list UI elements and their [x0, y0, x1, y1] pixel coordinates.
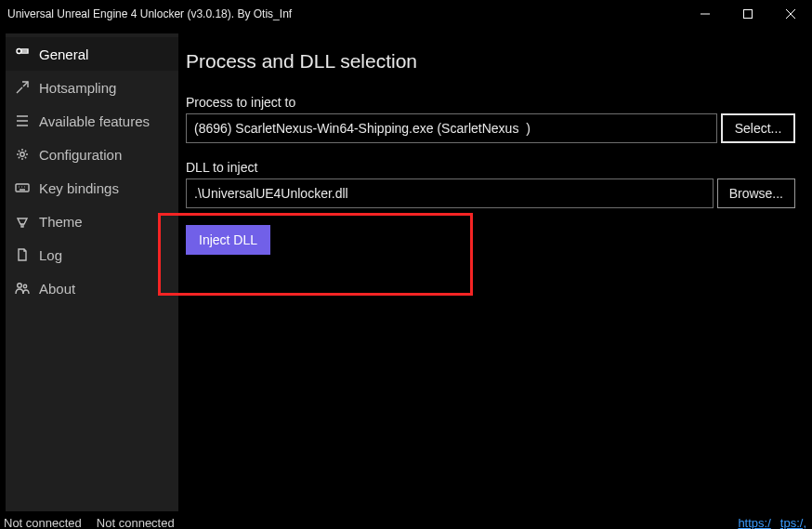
general-icon — [15, 46, 30, 61]
sidebar-item-general[interactable]: General — [6, 37, 178, 71]
status-link-2[interactable]: tps:/, — [780, 516, 806, 530]
sidebar-item-log[interactable]: Log — [6, 238, 178, 271]
gear-icon — [15, 147, 30, 162]
sidebar-item-label: General — [39, 46, 88, 62]
select-button[interactable]: Select... — [721, 113, 795, 143]
process-label: Process to inject to — [186, 95, 795, 110]
svg-point-2 — [20, 152, 24, 156]
features-icon — [15, 113, 30, 128]
svg-rect-3 — [16, 184, 29, 192]
svg-point-5 — [23, 284, 26, 287]
titlebar: Universal Unreal Engine 4 Unlocker (v3.0… — [0, 0, 812, 28]
log-icon — [15, 247, 30, 262]
sidebar-item-label: Available features — [39, 113, 150, 129]
close-button[interactable] — [769, 0, 812, 28]
sidebar-item-hotsampling[interactable]: Hotsampling — [6, 71, 178, 104]
svg-point-4 — [18, 284, 22, 288]
minimize-button[interactable] — [684, 0, 727, 28]
sidebar-item-label: Hotsampling — [39, 80, 116, 96]
main-panel: Process and DLL selection Process to inj… — [182, 33, 806, 511]
statusbar: Not connected Not connected https:/ tps:… — [0, 511, 812, 529]
sidebar-item-about[interactable]: About — [6, 271, 178, 305]
sidebar-item-label: Log — [39, 247, 62, 263]
theme-icon — [15, 214, 30, 229]
status-connection-1: Not connected — [4, 516, 82, 530]
about-icon — [15, 281, 30, 296]
status-connection-2: Not connected — [97, 516, 175, 530]
status-link-1[interactable]: https:/ — [738, 516, 770, 530]
svg-rect-0 — [744, 10, 753, 19]
hotsampling-icon — [15, 80, 30, 95]
sidebar-item-available-features[interactable]: Available features — [6, 104, 178, 138]
process-input[interactable] — [186, 113, 717, 143]
titlebar-controls — [684, 0, 812, 28]
sidebar-item-label: Theme — [39, 214, 83, 230]
inject-dll-button[interactable]: Inject DLL — [186, 225, 270, 255]
sidebar-item-configuration[interactable]: Configuration — [6, 138, 178, 171]
browse-button[interactable]: Browse... — [717, 179, 795, 208]
sidebar: General Hotsampling Available features C… — [6, 33, 178, 511]
dll-input[interactable] — [186, 179, 714, 208]
dll-label: DLL to inject — [186, 160, 795, 175]
sidebar-item-label: Key bindings — [39, 180, 119, 196]
sidebar-item-label: About — [39, 281, 75, 297]
sidebar-item-label: Configuration — [39, 147, 122, 163]
sidebar-item-theme[interactable]: Theme — [6, 205, 178, 238]
window-title: Universal Unreal Engine 4 Unlocker (v3.0… — [7, 7, 292, 20]
keyboard-icon — [15, 180, 30, 195]
sidebar-item-key-bindings[interactable]: Key bindings — [6, 171, 178, 205]
page-title: Process and DLL selection — [186, 50, 795, 73]
maximize-button[interactable] — [727, 0, 769, 28]
